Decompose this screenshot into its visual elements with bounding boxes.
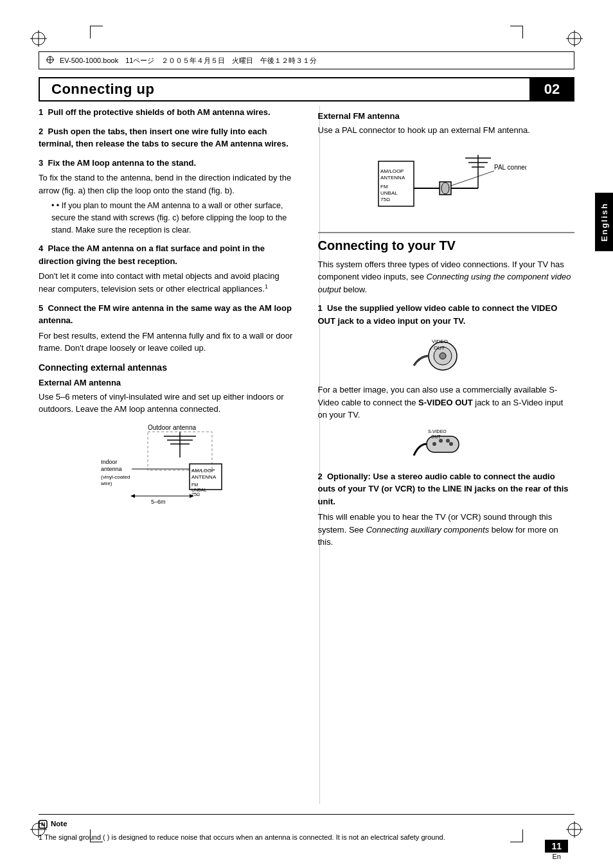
step-3-num: 3 <box>39 158 48 168</box>
header-crosshair <box>46 55 55 66</box>
step-2-content: Push open the tabs, then insert one wire… <box>39 127 289 149</box>
tv-step-1-num: 1 <box>318 303 327 313</box>
step-3-text: 3 Fix the AM loop antenna to the stand. <box>39 157 296 170</box>
svg-text:(vinyl-coated: (vinyl-coated <box>101 474 130 480</box>
note-section: N Note 1 The signal ground ( ) is design… <box>39 814 574 842</box>
english-tab: English <box>595 193 613 251</box>
step-3-block: 3 Fix the AM loop antenna to the stand. … <box>39 157 296 236</box>
svg-point-44 <box>441 182 449 194</box>
tv-step-2-block: 2 Optionally: Use a stereo audio cable t… <box>318 470 575 549</box>
corner-mark-tr <box>510 26 523 39</box>
tv-step-2-text: 2 Optionally: Use a stereo audio cable t… <box>318 470 575 508</box>
step-3-detail-text: To fix the stand to the antenna, bend in… <box>39 173 291 195</box>
svg-point-61 <box>449 442 453 446</box>
step-1-content: Pull off the protective shields of both … <box>48 107 270 117</box>
external-fm-text: Use a PAL connector to hook up an extern… <box>318 124 575 137</box>
svideo-diagram: S-VIDEO OUT <box>318 427 575 465</box>
external-fm-block: External FM antenna Use a PAL connector … <box>318 111 575 226</box>
connecting-tv-heading: Connecting to your TV <box>318 232 575 253</box>
video-out-svg: VIDEO OUT <box>407 333 484 378</box>
step-2-text: 2 Push open the tabs, then insert one wi… <box>39 125 296 150</box>
connecting-external-block: Connecting external antennas External AM… <box>39 362 296 506</box>
page-number-area: 11 En <box>545 840 568 860</box>
tv-step-1-bold: Use the supplied yellow video cable to c… <box>318 303 558 326</box>
svg-text:FM: FM <box>380 184 388 190</box>
page-container: EV-500-1000.book 11ページ ２００５年４月５日 火曜日 午後１… <box>0 0 613 868</box>
svg-text:VIDEO: VIDEO <box>432 339 448 344</box>
step-5-bold: Connect the FM wire antenna in the same … <box>39 303 292 326</box>
svg-text:Outdoor antenna: Outdoor antenna <box>148 424 196 431</box>
page-lang: En <box>545 853 568 860</box>
svg-point-54 <box>440 353 446 359</box>
note-icon: N <box>39 820 48 829</box>
tv-step-2-bold: Optionally: Use a stereo audio cable to … <box>318 472 569 506</box>
external-fm-heading: External FM antenna <box>318 111 575 121</box>
tv-step-2-detail: This will enable you to hear the TV (or … <box>318 511 575 549</box>
step-4-num: 4 <box>39 244 48 253</box>
note-footnote1: 1 The signal ground ( ) is designed to r… <box>39 832 574 843</box>
svg-marker-33 <box>130 494 135 498</box>
am-diagram-svg: Outdoor antenna AM/LOOP ANTENNA FM <box>100 422 235 506</box>
svg-text:wire): wire) <box>100 481 112 486</box>
chapter-number: 02 <box>529 77 574 102</box>
svg-text:5–6m: 5–6m <box>151 499 166 505</box>
svg-point-59 <box>439 439 443 443</box>
svg-text:AM/LOOP: AM/LOOP <box>380 168 404 174</box>
step-4-block: 4 Place the AM antenna on a flat surface… <box>39 242 296 295</box>
step-4-detail: Don't let it come into contact with meta… <box>39 270 296 295</box>
video-out-diagram: VIDEO OUT <box>318 333 575 378</box>
step-1-num: 1 <box>39 107 43 117</box>
step-5-num: 5 <box>39 303 48 313</box>
svg-text:ANTENNA: ANTENNA <box>380 175 405 181</box>
tv-step-1-extra: For a better image, you can also use a c… <box>318 384 575 421</box>
connecting-external-heading: Connecting external antennas <box>39 362 296 373</box>
step-4-footnote: 1 <box>265 283 268 290</box>
note-label: N Note <box>39 819 574 829</box>
header-text: EV-500-1000.book 11ページ ２００５年４月５日 火曜日 午後１… <box>60 56 317 66</box>
svg-text:FM: FM <box>191 483 198 487</box>
step-2-num: 2 <box>39 127 43 136</box>
svg-point-60 <box>446 439 450 443</box>
title-bar-main: Connecting up <box>39 77 529 102</box>
tv-step-1-block: 1 Use the supplied yellow video cable to… <box>318 302 575 327</box>
step-2-block: 2 Push open the tabs, then insert one wi… <box>39 125 296 150</box>
connecting-tv-block: Connecting to your TV This system offers… <box>318 232 575 549</box>
svg-text:UNBAL: UNBAL <box>380 190 398 196</box>
page-title: Connecting up <box>51 81 154 98</box>
svg-text:Indoor: Indoor <box>101 459 118 465</box>
svg-text:OUT: OUT <box>434 345 445 351</box>
external-am-text: Use 5–6 meters of vinyl-insulated wire a… <box>39 391 296 416</box>
external-am-heading: External AM antenna <box>39 378 296 387</box>
page-number-box: 11 <box>545 840 568 853</box>
reg-mark-tl <box>26 26 51 51</box>
reg-mark-tr <box>562 26 587 51</box>
svg-line-50 <box>451 171 494 186</box>
step-5-detail: For best results, extend the FM antenna … <box>39 330 296 355</box>
svg-text:75Ω: 75Ω <box>380 197 390 202</box>
note-label-text: Note <box>51 819 67 829</box>
title-bar: Connecting up 02 <box>39 77 574 102</box>
svg-text:ANTENNA: ANTENNA <box>191 474 217 480</box>
fm-antenna-diagram: AM/LOOP ANTENNA FM UNBAL 75Ω <box>318 142 575 226</box>
svg-text:S-VIDEO: S-VIDEO <box>428 429 447 434</box>
right-column: External FM antenna Use a PAL connector … <box>315 106 575 817</box>
step-5-text: 5 Connect the FM wire antenna in the sam… <box>39 302 296 327</box>
step-3-bold: Fix the AM loop antenna to the stand. <box>48 158 196 168</box>
step-3-detail: To fix the stand to the antenna, bend in… <box>39 172 296 197</box>
svg-text:AM/LOOP: AM/LOOP <box>191 468 215 474</box>
corner-mark-tl <box>90 26 103 39</box>
step-4-bold: Place the AM antenna on a flat surface a… <box>39 244 265 266</box>
tv-step-1-text: 1 Use the supplied yellow video cable to… <box>318 302 575 327</box>
svg-text:N: N <box>41 821 46 828</box>
step-4-text: 4 Place the AM antenna on a flat surface… <box>39 242 296 267</box>
step-1-block: 1 Pull off the protective shields of bot… <box>39 106 296 119</box>
fm-diagram-svg: AM/LOOP ANTENNA FM UNBAL 75Ω <box>366 142 526 226</box>
left-column: 1 Pull off the protective shields of bot… <box>39 106 299 817</box>
svg-text:OUT: OUT <box>431 434 441 439</box>
step-5-block: 5 Connect the FM wire antenna in the sam… <box>39 302 296 355</box>
header-bar: EV-500-1000.book 11ページ ２００５年４月５日 火曜日 午後１… <box>39 51 574 69</box>
svg-text:PAL connector: PAL connector <box>494 164 526 171</box>
step-3-bullet: • If you plan to mount the AM antenna to… <box>39 200 296 236</box>
am-antenna-diagram: Outdoor antenna AM/LOOP ANTENNA FM <box>39 422 296 506</box>
svg-point-58 <box>432 442 436 446</box>
